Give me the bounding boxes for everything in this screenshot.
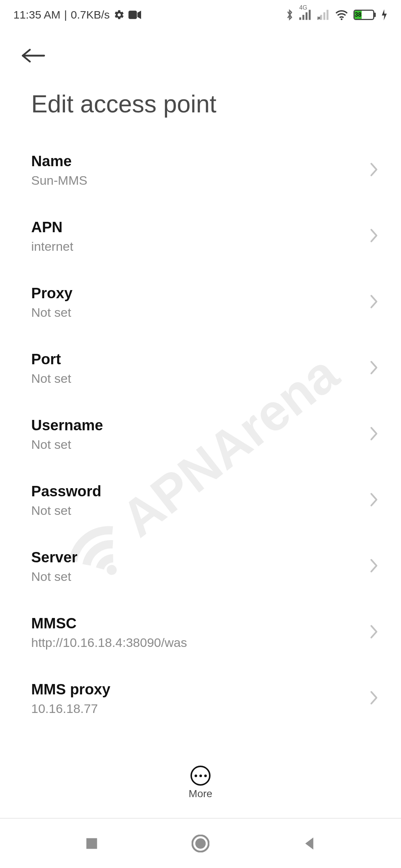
- row-value: Not set: [31, 371, 71, 386]
- settings-row[interactable]: MMSChttp://10.16.18.4:38090/was: [0, 599, 401, 665]
- chevron-right-icon: [369, 294, 379, 311]
- nav-home-button[interactable]: [189, 832, 212, 855]
- row-title: APN: [31, 219, 73, 236]
- nav-back-button[interactable]: [298, 832, 320, 855]
- nav-bar: [0, 818, 401, 868]
- row-value: internet: [31, 239, 73, 254]
- chevron-right-icon: [369, 426, 379, 443]
- chevron-right-icon: [369, 624, 379, 641]
- row-value: Sun-MMS: [31, 173, 87, 188]
- header: Edit access point: [0, 30, 401, 133]
- row-title: Proxy: [31, 285, 72, 302]
- page-title: Edit access point: [18, 71, 386, 133]
- bluetooth-icon: [285, 9, 294, 21]
- battery-icon: 38: [353, 10, 376, 20]
- svg-rect-6: [320, 15, 322, 20]
- row-title: Server: [31, 549, 78, 566]
- settings-row[interactable]: ServerNot set: [0, 533, 401, 599]
- signal-nosim-icon: [317, 10, 330, 20]
- row-title: Name: [31, 153, 87, 170]
- chevron-right-icon: [369, 558, 379, 575]
- row-value: http://10.16.18.4:38090/was: [31, 635, 187, 650]
- settings-row[interactable]: UsernameNot set: [0, 401, 401, 467]
- settings-row[interactable]: PortNot set: [0, 335, 401, 401]
- settings-list: NameSun-MMSAPNinternetProxyNot setPortNo…: [0, 137, 401, 760]
- settings-row[interactable]: ProxyNot set: [0, 269, 401, 335]
- settings-row[interactable]: MMS proxy10.16.18.77: [0, 665, 401, 731]
- settings-row[interactable]: NameSun-MMS: [0, 137, 401, 203]
- status-bar: 11:35 AM | 0.7KB/s 4G 38: [0, 0, 401, 30]
- more-button[interactable]: More: [0, 759, 401, 807]
- row-value: Not set: [31, 305, 72, 320]
- svg-rect-1: [299, 17, 301, 20]
- svg-rect-8: [327, 10, 329, 20]
- row-value: Not set: [31, 503, 101, 518]
- row-title: MMS proxy: [31, 681, 110, 698]
- status-time: 11:35 AM: [13, 9, 61, 21]
- row-title: MMSC: [31, 615, 187, 632]
- wifi-icon: [335, 10, 348, 20]
- row-title: Password: [31, 483, 101, 500]
- svg-rect-7: [323, 12, 325, 20]
- row-title: Username: [31, 417, 103, 434]
- svg-rect-12: [86, 838, 97, 849]
- chevron-right-icon: [369, 162, 379, 179]
- chevron-right-icon: [369, 228, 379, 245]
- triangle-left-icon: [303, 836, 316, 851]
- signal-4g-icon: 4G: [299, 10, 312, 20]
- status-separator: |: [64, 9, 67, 21]
- svg-point-14: [195, 838, 206, 849]
- more-icon: [190, 766, 211, 786]
- row-value: 10.16.18.77: [31, 701, 110, 716]
- gear-icon: [114, 9, 125, 20]
- charging-icon: [381, 9, 388, 20]
- row-value: Not set: [31, 437, 103, 452]
- svg-rect-3: [306, 12, 307, 20]
- row-title: Port: [31, 351, 71, 368]
- back-button[interactable]: [18, 40, 49, 71]
- video-icon: [128, 10, 141, 20]
- more-label: More: [189, 788, 212, 800]
- chevron-right-icon: [369, 360, 379, 377]
- arrow-left-icon: [22, 47, 45, 64]
- svg-rect-0: [128, 11, 137, 19]
- circle-icon: [192, 835, 209, 852]
- square-icon: [85, 837, 98, 850]
- nav-recent-button[interactable]: [81, 832, 103, 855]
- settings-row[interactable]: PasswordNot set: [0, 467, 401, 533]
- settings-row[interactable]: APNinternet: [0, 203, 401, 269]
- svg-rect-2: [303, 15, 304, 20]
- row-value: Not set: [31, 569, 78, 584]
- svg-rect-4: [309, 10, 311, 20]
- svg-point-9: [341, 19, 343, 20]
- chevron-right-icon: [369, 690, 379, 707]
- status-net-speed: 0.7KB/s: [71, 9, 110, 21]
- chevron-right-icon: [369, 492, 379, 509]
